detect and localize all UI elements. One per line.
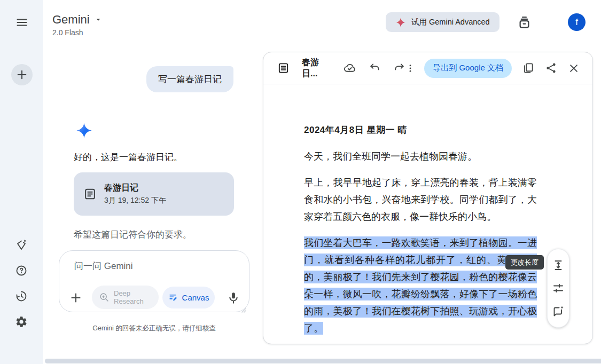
hamburger-icon — [15, 16, 28, 29]
user-message-bubble: 写一篇春游日记 — [146, 66, 233, 92]
help-button[interactable] — [13, 263, 29, 279]
copy-icon — [522, 62, 534, 74]
undo-icon — [369, 62, 381, 74]
kebab-menu-icon[interactable] — [405, 64, 415, 73]
redo-icon — [393, 62, 405, 74]
tooltip-change-length: 更改长度 — [505, 255, 544, 270]
deep-research-label-line1: Deep — [114, 289, 130, 297]
document-attachment-card[interactable]: 春游日记 3月 19, 12:52 下午 — [74, 172, 234, 216]
gem-icon — [15, 239, 28, 251]
gemini-sparkle-icon — [76, 122, 92, 139]
selection-toolbar — [547, 249, 569, 328]
plus-icon — [16, 69, 28, 81]
close-icon — [568, 62, 580, 74]
history-button[interactable] — [13, 288, 29, 304]
resize-grip[interactable] — [240, 306, 246, 313]
user-message-text: 写一篇春游日记 — [158, 74, 222, 84]
close-panel-button[interactable] — [567, 61, 581, 75]
sidebar — [0, 0, 43, 364]
microphone-icon — [227, 291, 240, 305]
cloud-saved-button[interactable] — [343, 61, 356, 75]
gemini-app-window: Gemini 2.0 Flash 试用 Gemini Advanced — [0, 0, 601, 364]
comment-sparkle-icon — [552, 305, 565, 318]
archive-button[interactable] — [516, 14, 532, 30]
document-paragraph: 早上，我早早地起了床，穿上漂亮的春装，背上装满零食和水的小书包，兴奋地来到学校。… — [304, 174, 537, 225]
change-length-icon — [552, 259, 565, 272]
new-chat-button[interactable] — [11, 64, 33, 85]
prompt-input[interactable] — [74, 261, 229, 272]
document-icon — [83, 187, 97, 201]
account-avatar[interactable]: f — [568, 13, 586, 31]
deep-research-label-line2: Research — [114, 297, 144, 305]
sidebar-bottom-nav — [0, 237, 43, 330]
document-paragraph: 今天，我们全班同学一起去植物园春游。 — [304, 148, 537, 165]
suggest-edits-button[interactable] — [551, 304, 565, 318]
help-icon — [15, 264, 28, 277]
undo-button[interactable] — [369, 61, 381, 75]
attach-button[interactable] — [68, 290, 84, 306]
settings-gear-icon — [15, 315, 28, 328]
response-outro-text: 希望这篇日记符合你的要求。 — [74, 228, 192, 241]
document-icon — [277, 62, 290, 74]
canvas-panel: 春游日... — [263, 52, 593, 344]
horizontal-scrollbar[interactable] — [45, 359, 601, 363]
export-to-google-docs-button[interactable]: 导出到 Google 文档 — [424, 59, 512, 78]
deep-research-button[interactable]: Deep Research — [92, 286, 159, 309]
canvas-label: Canvas — [182, 293, 209, 302]
attachment-title: 春游日记 — [104, 183, 166, 194]
share-icon — [545, 62, 557, 74]
history-icon — [15, 290, 28, 303]
copy-button[interactable] — [521, 61, 535, 75]
change-length-button[interactable] — [551, 258, 565, 272]
avatar-letter: f — [575, 17, 578, 28]
app-title: Gemini — [52, 13, 90, 27]
menu-button[interactable] — [15, 15, 29, 29]
selected-text: 我们坐着大巴车，一路欢歌笑语，来到了植物园。一进门，就看到各种各样的花儿都开了，… — [304, 236, 537, 335]
tune-button[interactable] — [551, 281, 565, 295]
document-content[interactable]: 2024年4月8日 星期一 晴 今天，我们全班同学一起去植物园春游。 早上，我早… — [263, 84, 592, 337]
deep-research-icon — [98, 291, 110, 303]
canvas-panel-header: 春游日... — [263, 52, 592, 84]
advanced-button-label: 试用 Gemini Advanced — [411, 17, 490, 27]
tune-sliders-icon — [552, 282, 565, 295]
settings-button[interactable] — [13, 314, 29, 330]
model-label[interactable]: 2.0 Flash — [52, 28, 103, 37]
document-heading: 2024年4月8日 星期一 晴 — [304, 124, 537, 136]
cloud-check-icon — [343, 61, 356, 75]
canvas-doc-title[interactable]: 春游日... — [302, 57, 330, 80]
redo-button[interactable] — [393, 61, 405, 75]
app-logo-block: Gemini 2.0 Flash — [52, 13, 103, 37]
canvas-button[interactable]: Canvas — [162, 287, 215, 308]
chevron-down-icon[interactable] — [94, 15, 103, 24]
plus-icon — [69, 291, 83, 305]
archive-icon — [517, 15, 532, 30]
advanced-sparkle-icon — [395, 17, 406, 28]
response-intro-text: 好的，这是一篇春游日记。 — [74, 151, 183, 163]
gem-button[interactable] — [13, 237, 29, 253]
attachment-timestamp: 3月 19, 12:52 下午 — [104, 196, 166, 205]
disclaimer-text: Gemini 的回答未必正确无误，请仔细核查 — [59, 324, 249, 333]
prompt-composer: Deep Research Canvas — [59, 250, 249, 312]
share-button[interactable] — [544, 61, 558, 75]
document-paragraph-selected: 我们坐着大巴车，一路欢歌笑语，来到了植物园。一进门，就看到各种各样的花儿都开了，… — [304, 234, 537, 337]
mic-button[interactable] — [226, 290, 241, 305]
try-gemini-advanced-button[interactable]: 试用 Gemini Advanced — [386, 12, 499, 32]
canvas-icon — [168, 292, 178, 303]
